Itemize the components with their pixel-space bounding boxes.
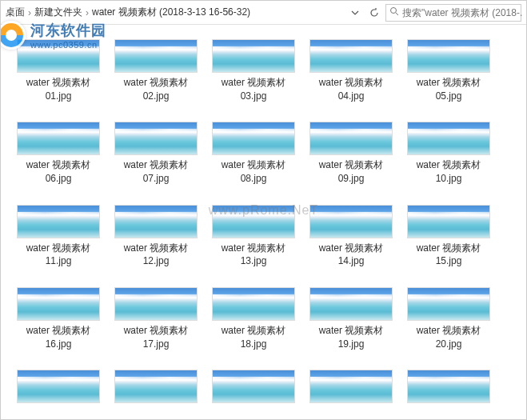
thumbnail-image (114, 122, 198, 155)
file-name-label: water 视频素材13.jpg (212, 242, 295, 269)
file-item[interactable]: water 视频素材12.jpg (114, 205, 198, 270)
thumbnail-image (407, 122, 490, 155)
file-name-label: water 视频素材05.jpg (407, 76, 490, 103)
svg-point-0 (391, 8, 397, 14)
thumbnail-image (17, 122, 100, 155)
file-item[interactable]: water 视频素材14.jpg (309, 205, 393, 270)
chevron-right-icon: › (28, 7, 31, 18)
thumbnail-image (309, 370, 393, 403)
file-grid: water 视频素材01.jpgwater 视频素材02.jpgwater 视频… (1, 25, 526, 419)
chevron-right-icon: › (86, 7, 89, 18)
file-name-label: water 视频素材17.jpg (114, 324, 198, 351)
thumbnail-image (114, 287, 198, 321)
thumbnail-image (309, 287, 393, 321)
file-name-label: water 视频素材18.jpg (212, 324, 295, 351)
file-name-label: water 视频素材10.jpg (407, 158, 490, 186)
address-toolbar: 桌面 › 新建文件夹 › water 视频素材 (2018-3-13 16-56… (1, 1, 526, 25)
file-item[interactable] (17, 370, 100, 405)
file-item[interactable]: water 视频素材17.jpg (114, 287, 198, 352)
file-item[interactable] (212, 370, 295, 405)
file-item[interactable]: water 视频素材05.jpg (407, 39, 490, 104)
thumbnail-image (114, 370, 198, 403)
thumbnail-image (212, 122, 295, 155)
thumbnail-image (212, 287, 295, 321)
file-item[interactable]: water 视频素材10.jpg (407, 122, 490, 186)
file-name-label: water 视频素材04.jpg (309, 76, 393, 103)
breadcrumb-item[interactable]: water 视频素材 (2018-3-13 16-56-32) (92, 6, 250, 19)
thumbnail-image (17, 370, 100, 403)
thumbnail-image (407, 287, 490, 321)
breadcrumb-item[interactable]: 新建文件夹 (34, 6, 82, 19)
search-box[interactable]: → (385, 4, 521, 22)
thumbnail-image (407, 370, 490, 403)
file-name-label: water 视频素材02.jpg (114, 76, 198, 103)
file-name-label: water 视频素材08.jpg (212, 158, 295, 186)
file-item[interactable]: water 视频素材11.jpg (17, 205, 100, 270)
file-name-label: water 视频素材15.jpg (407, 242, 490, 269)
thumbnail-image (114, 39, 198, 73)
file-item[interactable]: water 视频素材03.jpg (212, 39, 295, 104)
file-name-label: water 视频素材14.jpg (309, 242, 393, 269)
file-name-label: water 视频素材12.jpg (114, 242, 198, 269)
search-icon (389, 6, 399, 18)
thumbnail-image (17, 287, 100, 321)
search-input[interactable] (402, 7, 522, 18)
file-item[interactable]: water 视频素材16.jpg (17, 287, 100, 352)
thumbnail-image (17, 205, 100, 238)
file-name-label: water 视频素材20.jpg (407, 324, 490, 351)
file-item[interactable] (407, 370, 490, 405)
thumbnail-image (407, 39, 490, 73)
file-name-label: water 视频素材11.jpg (17, 242, 100, 269)
thumbnail-image (212, 39, 295, 73)
file-item[interactable]: water 视频素材13.jpg (212, 205, 295, 270)
file-name-label: water 视频素材01.jpg (17, 76, 100, 103)
file-item[interactable] (309, 370, 393, 405)
file-item[interactable]: water 视频素材20.jpg (407, 287, 490, 352)
file-item[interactable]: water 视频素材15.jpg (407, 205, 490, 270)
file-name-label: water 视频素材09.jpg (309, 158, 393, 186)
thumbnail-image (114, 205, 198, 238)
file-item[interactable]: water 视频素材01.jpg (17, 39, 100, 104)
file-item[interactable]: water 视频素材08.jpg (212, 122, 295, 186)
file-item[interactable]: water 视频素材19.jpg (309, 287, 393, 352)
breadcrumb[interactable]: 桌面 › 新建文件夹 › water 视频素材 (2018-3-13 16-56… (6, 6, 344, 19)
file-name-label: water 视频素材07.jpg (114, 158, 198, 186)
file-name-label: water 视频素材16.jpg (17, 324, 100, 351)
thumbnail-image (309, 39, 393, 73)
file-item[interactable]: water 视频素材07.jpg (114, 122, 198, 186)
svg-line-1 (396, 13, 398, 15)
file-item[interactable]: water 视频素材04.jpg (309, 39, 393, 104)
refresh-icon[interactable] (366, 5, 382, 21)
thumbnail-image (17, 39, 100, 73)
file-item[interactable]: water 视频素材18.jpg (212, 287, 295, 352)
thumbnail-image (407, 205, 490, 238)
file-item[interactable]: water 视频素材06.jpg (17, 122, 100, 186)
thumbnail-image (212, 370, 295, 403)
breadcrumb-item[interactable]: 桌面 (6, 6, 25, 19)
file-item[interactable]: water 视频素材09.jpg (309, 122, 393, 186)
file-item[interactable]: water 视频素材02.jpg (114, 39, 198, 104)
thumbnail-image (212, 205, 295, 238)
thumbnail-image (309, 205, 393, 238)
dropdown-icon[interactable] (347, 5, 363, 21)
thumbnail-image (309, 122, 393, 155)
file-item[interactable] (114, 370, 198, 405)
file-name-label: water 视频素材06.jpg (17, 158, 100, 186)
file-name-label: water 视频素材03.jpg (212, 76, 295, 103)
file-name-label: water 视频素材19.jpg (309, 324, 393, 351)
